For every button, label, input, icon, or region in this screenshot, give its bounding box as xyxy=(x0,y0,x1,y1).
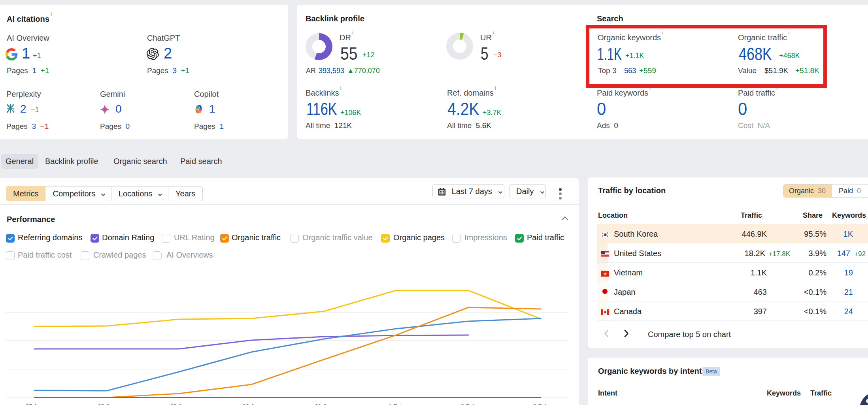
svg-text:30 Jan: 30 Jan xyxy=(242,403,260,405)
svg-text:31 Jan: 31 Jan xyxy=(315,403,332,405)
svg-text:27 Jan: 27 Jan xyxy=(25,403,43,405)
svg-text:2 Feb: 2 Feb xyxy=(461,403,476,405)
svg-text:28 Jan: 28 Jan xyxy=(98,403,115,405)
svg-text:3 Feb: 3 Feb xyxy=(533,403,548,405)
svg-text:1 Feb: 1 Feb xyxy=(389,403,404,405)
svg-text:29 Jan: 29 Jan xyxy=(170,403,188,405)
